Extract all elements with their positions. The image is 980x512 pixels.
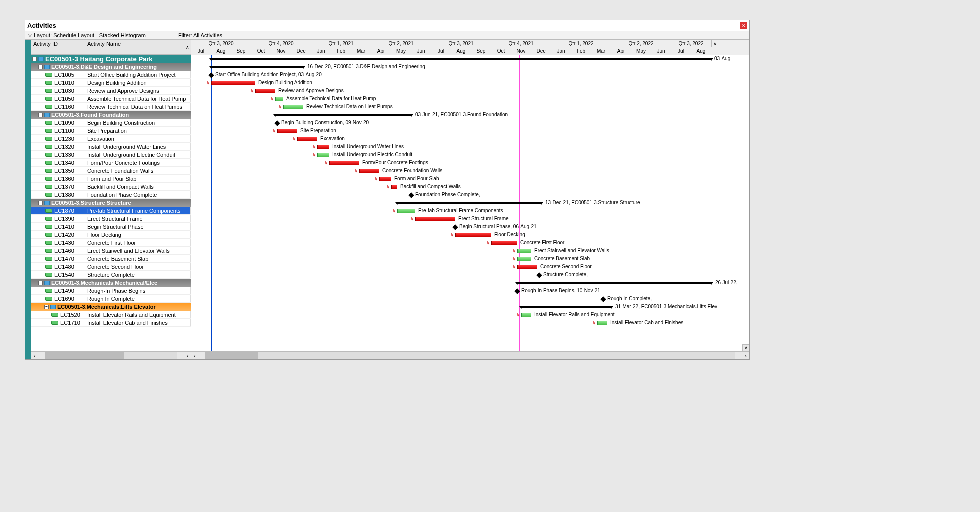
activity-row[interactable]: EC1390Erect Structural Frame — [32, 215, 191, 223]
quarter-cell: Qtr 4, 2021 — [492, 40, 552, 48]
column-header-name[interactable]: Activity Name — [86, 40, 184, 54]
milestone-icon[interactable] — [274, 120, 280, 126]
gantt-row: ↳Erect Stairwell and Elevator Walls — [192, 248, 750, 256]
gantt-bar[interactable] — [492, 241, 518, 246]
gantt-bar[interactable] — [212, 81, 256, 86]
activity-row[interactable]: EC1320Install Underground Water Lines — [32, 143, 191, 151]
wbs-row[interactable]: −EC00501-3.D&E Design and Engineering — [32, 63, 191, 71]
hscroll-right[interactable]: ‹› — [192, 352, 750, 360]
collapse-icon[interactable]: − — [32, 57, 37, 62]
gantt-bar[interactable] — [598, 321, 608, 326]
activity-row[interactable]: EC1370Backfill and Compact Walls — [32, 183, 191, 191]
gantt-bar[interactable] — [518, 249, 532, 254]
activity-row[interactable]: EC1470Concrete Basement Slab — [32, 255, 191, 263]
gantt-bar[interactable] — [522, 313, 532, 318]
activity-name: Form/Pour Concrete Footings — [86, 159, 191, 166]
milestone-icon[interactable] — [208, 72, 214, 78]
bar-label: Concrete Second Floor — [540, 264, 592, 270]
collapse-icon[interactable]: − — [44, 305, 49, 310]
activity-row[interactable]: EC1330Install Underground Electric Condu… — [32, 151, 191, 159]
wbs-row[interactable]: −EC00501-3.Structure Structure — [32, 199, 191, 207]
activity-row[interactable]: EC1420Floor Decking — [32, 231, 191, 239]
gantt-bar[interactable] — [360, 169, 380, 174]
activity-row[interactable]: EC1030Review and Approve Designs — [32, 87, 191, 95]
milestone-icon[interactable] — [452, 224, 458, 230]
gantt-body[interactable]: 03-Aug-16-Dec-20, EC00501-3.D&E Design a… — [192, 56, 750, 352]
activity-row[interactable]: EC1005Start Office Building Addition Pro… — [32, 71, 191, 79]
column-header-id[interactable]: Activity ID — [32, 40, 86, 54]
activity-row[interactable]: EC1430Concrete First Floor — [32, 239, 191, 247]
collapse-icon[interactable]: − — [38, 281, 43, 286]
activity-row[interactable]: EC1160Review Technical Data on Heat Pump… — [32, 103, 191, 111]
wbs-row[interactable]: −EC00501-3 Haitang Corporate Park — [32, 55, 191, 63]
activity-row[interactable]: EC1090Begin Building Construction — [32, 119, 191, 127]
activity-row[interactable]: EC1690Rough In Complete — [32, 295, 191, 303]
gantt-bar[interactable] — [518, 265, 538, 270]
wbs-row[interactable]: −EC00501-3.Mechanicals.Lifts Elevator — [32, 303, 191, 311]
milestone-icon[interactable] — [514, 288, 520, 294]
summary-label: 13-Dec-21, EC00501-3.Structure Structure — [546, 200, 640, 206]
collapse-icon[interactable]: − — [38, 201, 43, 206]
activity-row[interactable]: EC1710Install Elevator Cab and Finishes — [32, 319, 191, 327]
activity-icon — [46, 89, 52, 93]
activity-name: Concrete First Floor — [86, 239, 191, 246]
activity-row[interactable]: EC1540Structure Complete — [32, 271, 191, 279]
gantt-bar[interactable] — [380, 177, 392, 182]
milestone-icon[interactable] — [600, 296, 606, 302]
gantt-bar[interactable] — [284, 105, 304, 110]
close-button[interactable]: ✕ — [740, 22, 748, 30]
layout-selector[interactable]: ▽ Layout: Schedule Layout - Stacked Hist… — [26, 32, 176, 40]
timeline-header: Qtr 3, 2020Qtr 4, 2020Qtr 1, 2021Qtr 2, … — [192, 40, 750, 56]
activity-id: EC1030 — [54, 88, 74, 94]
gantt-row: 16-Dec-20, EC00501-3.D&E Design and Engi… — [192, 64, 750, 72]
activity-name: Excavation — [86, 135, 191, 142]
activity-icon — [46, 137, 52, 141]
activity-row[interactable]: EC1050Assemble Technical Data for Heat P… — [32, 95, 191, 103]
bar-label: Backfill and Compact Walls — [400, 184, 461, 190]
collapse-icon[interactable]: − — [38, 65, 43, 70]
gantt-bar[interactable] — [518, 257, 532, 262]
month-cell: Jul — [672, 48, 692, 55]
activity-row[interactable]: EC1340Form/Pour Concrete Footings — [32, 159, 191, 167]
hscroll-left[interactable]: ‹› — [32, 352, 191, 360]
activity-row[interactable]: EC1480Concrete Second Floor — [32, 263, 191, 271]
gantt-bar[interactable] — [276, 97, 284, 102]
activity-row[interactable]: EC1360Form and Pour Slab — [32, 175, 191, 183]
collapse-icon[interactable]: − — [38, 113, 43, 118]
activity-id: EC1380 — [54, 192, 74, 198]
chevron-down-icon: ▽ — [28, 33, 32, 38]
gantt-row: Begin Building Construction, 09-Nov-20 — [192, 120, 750, 128]
activity-row[interactable]: EC1520Install Elevator Rails and Equipme… — [32, 311, 191, 319]
activity-row[interactable]: EC1350Concrete Foundation Walls — [32, 167, 191, 175]
activity-row[interactable]: EC1100Site Preparation — [32, 127, 191, 135]
activity-row[interactable]: EC1460Erect Stairwell and Elevator Walls — [32, 247, 191, 255]
activity-row[interactable]: EC1410Begin Structural Phase — [32, 223, 191, 231]
gantt-bar[interactable] — [398, 209, 416, 214]
gantt-bar[interactable] — [330, 161, 360, 166]
gantt-bar[interactable] — [416, 217, 456, 222]
gantt-bar[interactable] — [318, 145, 330, 150]
activity-row[interactable]: EC1230Excavation — [32, 135, 191, 143]
milestone-icon[interactable] — [536, 272, 542, 278]
activity-row[interactable]: EC1380Foundation Phase Complete — [32, 191, 191, 199]
gantt-bar[interactable] — [298, 137, 318, 142]
link-arrow-icon: ↳ — [516, 312, 520, 318]
milestone-icon[interactable] — [408, 192, 414, 198]
scroll-up-button[interactable]: ∧ — [184, 40, 191, 54]
scroll-up-button[interactable]: ∧ — [712, 40, 718, 48]
gantt-bar[interactable] — [456, 233, 492, 238]
activity-name: Install Elevator Rails and Equipment — [86, 311, 191, 318]
bar-label: Floor Decking — [494, 232, 526, 238]
activity-row[interactable]: EC1010Design Building Addition — [32, 79, 191, 87]
gantt-bar[interactable] — [278, 129, 298, 134]
gantt-bar[interactable] — [256, 89, 276, 94]
month-cell: Oct — [492, 48, 512, 55]
activity-row[interactable]: EC1490Rough-In Phase Begins — [32, 287, 191, 295]
wbs-row[interactable]: −EC00501-3.Found Foundation — [32, 111, 191, 119]
scroll-down-button[interactable]: ∨ — [742, 344, 750, 352]
activity-row[interactable]: EC1870Pre-fab Structural Frame Component… — [32, 207, 191, 215]
wbs-row[interactable]: −EC00501-3.Mechanicals Mechanical/Elec — [32, 279, 191, 287]
gantt-bar[interactable] — [392, 185, 398, 190]
gantt-bar[interactable] — [318, 153, 330, 158]
activity-icon — [52, 313, 58, 317]
